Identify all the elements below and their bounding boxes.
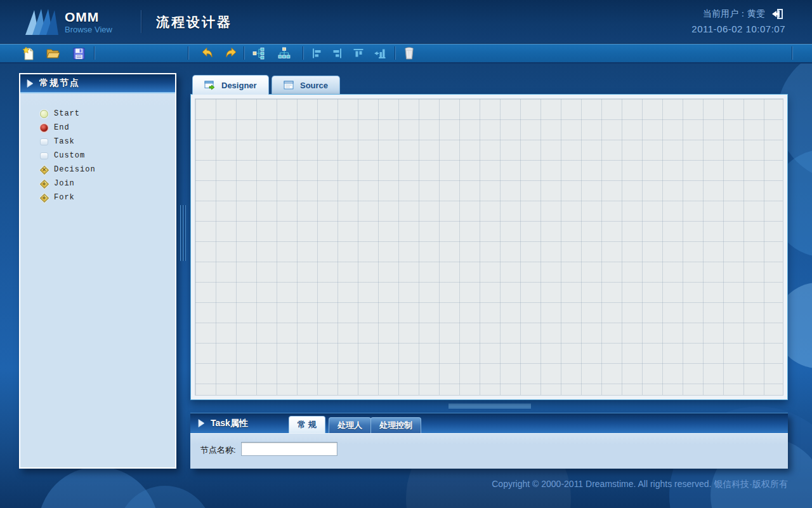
node-label: Decision [54,165,96,174]
properties-title: Task属性 [211,418,248,429]
current-user-label: 当前用户：黄雯 [703,8,765,20]
node-palette-panel: 常规节点 Start End Task Custom Decision Join [19,73,176,469]
logo-text: OMM [65,10,112,23]
node-name-input[interactable] [241,442,337,456]
save-floppy-icon [73,48,85,60]
undo-arrow-icon [200,47,214,60]
join-diamond-icon [40,180,48,188]
logout-icon[interactable] [771,8,785,20]
design-canvas[interactable] [195,98,783,396]
app-logo: OMM Browse View [25,8,112,35]
toolbar-separator [188,46,189,60]
redo-button[interactable] [222,45,240,62]
task-rect-icon [40,138,48,145]
page-title: 流程设计器 [156,13,232,31]
node-label: Fork [54,193,75,202]
align-bottom-button[interactable] [370,45,388,62]
toolbar [0,43,812,64]
tab-general[interactable]: 常 规 [289,416,325,433]
palette-item-decision[interactable]: Decision [20,163,175,177]
node-label: Join [54,179,75,188]
node-label: Task [54,137,75,146]
toolbar-separator [303,46,304,60]
align-top-button[interactable] [350,45,367,62]
palette-item-custom[interactable]: Custom [20,149,175,163]
source-window-icon [284,81,294,90]
fork-diamond-icon [40,194,48,202]
palette-item-task[interactable]: Task [20,135,175,149]
palette-title: 常规节点 [39,77,80,89]
toolbar-separator [244,46,245,60]
palette-item-start[interactable]: Start [20,107,175,121]
redo-arrow-icon [225,47,238,60]
palette-item-fork[interactable]: Fork [20,190,175,204]
tab-label: 处理控制 [379,420,412,431]
end-circle-icon [40,124,48,132]
tab-handler[interactable]: 处理人 [329,417,371,433]
undo-button[interactable] [198,45,216,62]
node-label: Custom [54,151,85,160]
layout-horizontal-tree-icon [252,47,265,60]
layout-horizontal-button[interactable] [250,45,268,62]
trash-icon [404,47,414,60]
align-bottom-icon [374,48,386,59]
start-circle-icon [40,110,48,118]
save-button[interactable] [70,45,88,62]
canvas-frame [190,94,788,400]
layout-vertical-button[interactable] [275,45,293,62]
tab-handling-control[interactable]: 处理控制 [370,417,421,433]
palette-item-end[interactable]: End [20,121,175,135]
copyright-text: Copyright © 2000-2011 Dreamstime. All ri… [492,479,788,490]
open-file-button[interactable] [44,45,62,62]
designer-window-icon [204,81,215,90]
tab-label: 常 规 [298,419,317,431]
align-top-icon [353,48,364,59]
properties-panel: Task属性 常 规 处理人 处理控制 节点名称: [190,413,788,469]
align-right-icon [331,48,343,59]
align-right-button[interactable] [328,45,346,62]
tab-label: Source [300,81,328,90]
layout-vertical-tree-icon [278,47,291,60]
align-left-button[interactable] [308,45,326,62]
header-divider [141,10,141,33]
palette-item-join[interactable]: Join [20,177,175,190]
tab-label: Designer [221,81,257,90]
open-folder-icon [46,48,60,59]
decorative-circle [117,486,213,508]
node-name-label: 节点名称: [200,444,236,456]
user-info: 当前用户：黄雯 2011-06-02 10:07:07 [691,8,785,34]
new-file-icon [22,47,34,60]
align-left-icon [311,48,323,59]
properties-body: 节点名称: [190,433,788,469]
vertical-splitter[interactable] [180,205,187,261]
logo-subtext: Browse View [65,25,112,34]
logo-triangles-icon [25,8,60,35]
app-header: OMM Browse View 流程设计器 当前用户：黄雯 2011-06-02… [0,0,812,43]
node-label: Start [54,109,80,118]
new-file-button[interactable] [19,45,37,62]
node-palette-header[interactable]: 常规节点 [20,74,175,93]
toolbar-separator [94,46,95,60]
tab-source[interactable]: Source [272,76,340,94]
tab-designer[interactable]: Designer [192,75,269,95]
node-list: Start End Task Custom Decision Join Fork [20,93,175,204]
custom-rect-icon [40,152,48,159]
toolbar-separator [792,46,793,60]
decorative-circle [38,467,159,508]
current-datetime: 2011-06-02 10:07:07 [691,23,785,34]
properties-header: Task属性 常 规 处理人 处理控制 [190,413,788,433]
node-label: End [54,123,70,132]
tab-label: 处理人 [337,420,362,431]
decision-diamond-icon [40,166,48,174]
collapse-arrow-icon [198,419,205,427]
delete-button[interactable] [400,45,418,62]
horizontal-splitter[interactable] [449,404,531,409]
collapse-arrow-icon [27,79,34,88]
toolbar-separator [395,46,396,60]
